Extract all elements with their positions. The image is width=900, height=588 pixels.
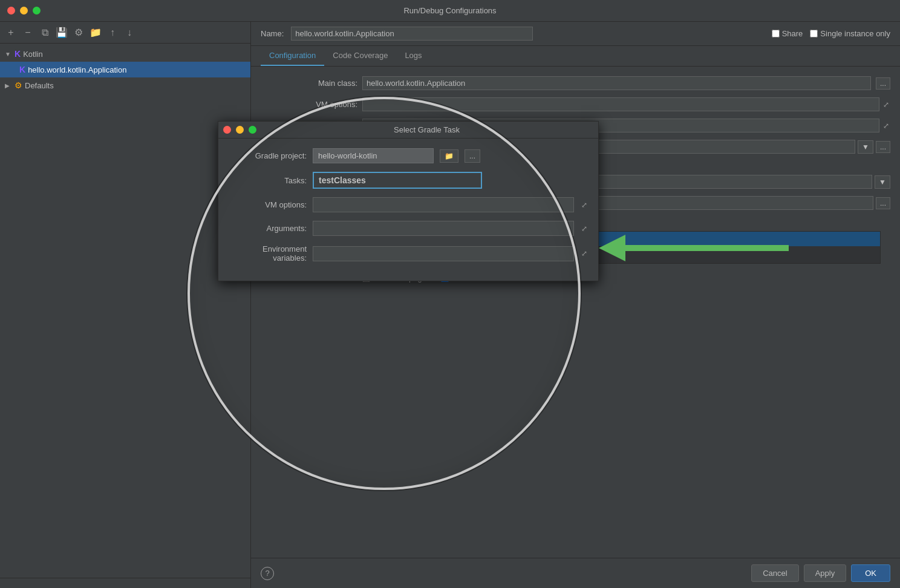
single-instance-checkbox-label[interactable]: Single instance only: [810, 29, 890, 38]
gradle-env-input[interactable]: [313, 246, 574, 261]
close-button[interactable]: [7, 7, 15, 15]
working-dir-dropdown[interactable]: ▼: [858, 140, 873, 154]
gradle-body: Gradle project: 📁 ... Tasks: VM options:…: [218, 139, 598, 281]
add-icon[interactable]: +: [5, 27, 17, 39]
vm-options-row: VM options: ⤢: [261, 97, 890, 111]
sidebar-bottom: [0, 578, 250, 588]
tab-configuration[interactable]: Configuration: [261, 46, 324, 66]
defaults-label: Defaults: [25, 81, 54, 90]
working-dir-browse-button[interactable]: ...: [876, 141, 890, 153]
gradle-vm-expand[interactable]: ⤢: [580, 200, 589, 211]
window-controls: [7, 7, 41, 15]
gradle-args-input[interactable]: [313, 221, 574, 236]
gradle-args-row: Arguments: ⤢: [228, 221, 589, 236]
copy-icon[interactable]: ⧉: [39, 27, 51, 39]
sidebar-item-kotlin[interactable]: ▼ K Kotlin: [0, 46, 250, 62]
single-instance-checkbox[interactable]: [810, 30, 818, 38]
main-class-label: Main class:: [261, 79, 357, 88]
vm-options-container: ⤢: [362, 97, 890, 111]
jre-browse-button[interactable]: ...: [876, 197, 890, 209]
arrow-head: [599, 235, 625, 261]
gradle-window-controls: [223, 126, 256, 134]
gradle-project-more-button[interactable]: ...: [465, 149, 480, 163]
help-button[interactable]: ?: [261, 567, 274, 580]
run-config-icon: K: [19, 65, 25, 74]
gradle-dialog-title: Select Gradle Task: [260, 125, 593, 134]
defaults-icon: ⚙: [15, 80, 22, 90]
gradle-vm-row: VM options: ⤢: [228, 197, 589, 212]
gradle-vm-label: VM options:: [228, 200, 307, 209]
move-up-icon[interactable]: ↑: [106, 27, 119, 39]
gradle-tasks-row: Tasks:: [228, 172, 589, 189]
name-input[interactable]: [291, 27, 533, 41]
minimize-button[interactable]: [20, 7, 28, 15]
gradle-titlebar: Select Gradle Task: [218, 122, 598, 139]
sidebar-toolbar: + − ⧉ 💾 ⚙ 📁 ↑ ↓: [0, 22, 250, 44]
apply-button[interactable]: Apply: [804, 564, 847, 582]
gradle-close-button[interactable]: [223, 126, 231, 134]
gradle-args-label: Arguments:: [228, 224, 307, 233]
tab-code-coverage[interactable]: Code Coverage: [324, 46, 396, 66]
app-config-label: hello.world.kotlin.Application: [28, 65, 126, 74]
vm-expand-icon[interactable]: ⤢: [882, 99, 890, 110]
sidebar: + − ⧉ 💾 ⚙ 📁 ↑ ↓ ▼ K Kotlin K hello.world…: [0, 22, 251, 588]
sidebar-tree: ▼ K Kotlin K hello.world.kotlin.Applicat…: [0, 44, 250, 578]
gradle-env-row: Environment variables: ⤢: [228, 244, 589, 263]
single-instance-label: Single instance only: [820, 29, 890, 38]
vm-options-input[interactable]: [362, 97, 879, 111]
kotlin-group-label: Kotlin: [23, 50, 43, 59]
gradle-project-label: Gradle project:: [228, 151, 307, 160]
gradle-project-input[interactable]: [313, 148, 434, 163]
main-class-input[interactable]: [362, 76, 871, 90]
green-arrow-container: [599, 235, 789, 261]
arrow-line: [625, 245, 789, 251]
main-layout: + − ⧉ 💾 ⚙ 📁 ↑ ↓ ▼ K Kotlin K hello.world…: [0, 22, 900, 588]
vm-options-label: VM options:: [261, 100, 357, 109]
main-class-browse-button[interactable]: ...: [876, 77, 890, 90]
sidebar-item-defaults[interactable]: ▶ ⚙ Defaults: [0, 77, 250, 93]
folder-icon[interactable]: 📁: [90, 27, 102, 39]
cancel-button[interactable]: Cancel: [751, 564, 798, 582]
share-label: Share: [782, 29, 803, 38]
share-checkbox-label[interactable]: Share: [772, 29, 803, 38]
name-bar: Name: Share Single instance only: [251, 22, 900, 46]
main-class-row: Main class: ...: [261, 76, 890, 90]
gradle-max-button[interactable]: [249, 126, 256, 134]
window-title: Run/Debug Configurations: [403, 6, 496, 15]
classpath-dropdown[interactable]: ▼: [875, 175, 890, 189]
program-args-expand-icon[interactable]: ⤢: [882, 120, 890, 131]
tab-bar: Configuration Code Coverage Logs: [251, 46, 900, 67]
gradle-env-label: Environment variables:: [228, 244, 307, 263]
gradle-task-dialog: Select Gradle Task Gradle project: 📁 ...…: [218, 121, 599, 281]
tab-logs[interactable]: Logs: [396, 46, 430, 66]
gradle-min-button[interactable]: [236, 126, 244, 134]
gradle-tasks-label: Tasks:: [228, 176, 307, 185]
title-bar: Run/Debug Configurations: [0, 0, 900, 22]
gear-icon[interactable]: ⚙: [73, 27, 85, 39]
tree-arrow: ▼: [5, 51, 15, 57]
bottom-buttons: Cancel Apply OK: [751, 564, 890, 582]
gradle-vm-input[interactable]: [313, 197, 574, 212]
name-bar-right: Share Single instance only: [772, 29, 890, 38]
gradle-tasks-input[interactable]: [313, 172, 482, 189]
gradle-project-row: Gradle project: 📁 ...: [228, 148, 589, 163]
gradle-env-expand[interactable]: ⤢: [580, 248, 589, 259]
name-label: Name:: [261, 29, 284, 38]
gradle-args-expand[interactable]: ⤢: [580, 223, 589, 234]
gradle-project-folder-button[interactable]: 📁: [440, 149, 458, 163]
gradle-title-partial: Sel: [394, 125, 405, 134]
move-down-icon[interactable]: ↓: [123, 27, 135, 39]
kotlin-icon: K: [15, 49, 21, 59]
share-checkbox[interactable]: [772, 30, 780, 38]
maximize-button[interactable]: [33, 7, 41, 15]
sidebar-item-app[interactable]: K hello.world.kotlin.Application: [0, 62, 250, 77]
bottom-bar: ? Cancel Apply OK: [251, 558, 900, 588]
defaults-arrow: ▶: [5, 82, 15, 89]
ok-button[interactable]: OK: [851, 564, 890, 582]
content-area: Name: Share Single instance only Configu…: [251, 22, 900, 588]
remove-icon[interactable]: −: [22, 27, 34, 39]
save-icon[interactable]: 💾: [56, 27, 68, 39]
